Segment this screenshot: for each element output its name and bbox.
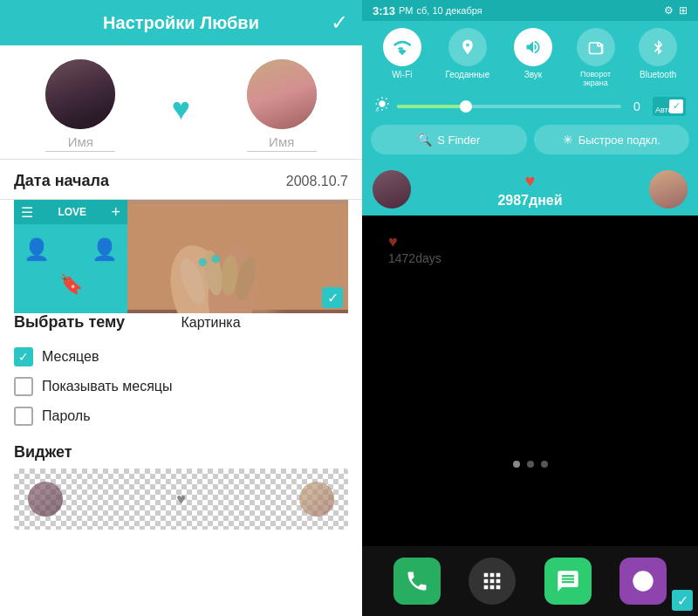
checkbox-show-months[interactable]: Показывать месяцы bbox=[0, 372, 362, 401]
date-row: Дата начала 2008.10.7 bbox=[0, 160, 362, 199]
love-count-col: ♥ 100 bbox=[61, 233, 80, 266]
widget-heart-icon: ♥ bbox=[525, 171, 536, 191]
person-icon-left: 👤 bbox=[24, 237, 50, 262]
wifi-icon bbox=[393, 38, 412, 57]
brightness-row: A 0 ✓ Авто bbox=[371, 96, 689, 116]
heart-divider: ♥ bbox=[172, 84, 190, 127]
dock-camera-button[interactable] bbox=[619, 558, 667, 605]
love-widget[interactable]: ☰ LOVE + 👤 ♥ 100 👤 🔖 bbox=[14, 200, 127, 313]
rotate-icon bbox=[587, 38, 605, 56]
quick-connect-button[interactable]: ✳ Быстрое подкл. bbox=[534, 125, 690, 154]
couple-hands bbox=[127, 200, 348, 313]
brightness-fill bbox=[397, 105, 464, 108]
status-date: сб, 10 декабря bbox=[417, 5, 482, 16]
profile-name-right: Имя bbox=[247, 134, 317, 152]
gear-icon[interactable]: ⚙ bbox=[664, 4, 674, 17]
love-widget-topbar: ☰ LOVE + bbox=[14, 200, 127, 224]
profile-right[interactable]: Имя bbox=[247, 59, 317, 152]
love-count: 100 bbox=[61, 253, 80, 266]
widget-days-text: 2987дней bbox=[497, 193, 562, 209]
dot-1 bbox=[513, 461, 520, 468]
quick-toggles: Wi-Fi Геоданные Звук bbox=[371, 28, 689, 87]
quick-connect-icon: ✳ bbox=[563, 133, 573, 147]
sound-icon bbox=[524, 38, 542, 56]
theme-col: Выбрать тему bbox=[14, 313, 181, 332]
dock-phone-button[interactable] bbox=[393, 558, 441, 605]
profile-name-left: Имя bbox=[45, 134, 115, 152]
toggle-sound[interactable]: Звук bbox=[514, 28, 552, 87]
s-finder-button[interactable]: 🔍 S Finder bbox=[371, 125, 527, 154]
love-widget-area: ☰ LOVE + 👤 ♥ 100 👤 🔖 bbox=[14, 200, 348, 313]
auto-box[interactable]: ✓ Авто bbox=[653, 97, 686, 116]
dot-2 bbox=[527, 461, 534, 468]
widget-preview: ♥ bbox=[14, 469, 348, 530]
apps-icon bbox=[480, 569, 504, 593]
checkbox-months-box[interactable]: ✓ bbox=[14, 347, 33, 366]
bluetooth-icon bbox=[649, 38, 667, 57]
love-label: LOVE bbox=[58, 206, 86, 218]
couple-image: ✓ bbox=[127, 200, 348, 313]
sound-circle bbox=[514, 28, 552, 66]
theme-label: Выбрать тему bbox=[14, 313, 125, 331]
avatar-left bbox=[45, 59, 115, 129]
widget-section: Виджет ♥ bbox=[0, 431, 362, 537]
phone-icon bbox=[405, 569, 429, 593]
bottom-dock bbox=[362, 546, 698, 616]
left-header: Настройки Любви ✓ bbox=[0, 0, 362, 45]
profile-left[interactable]: Имя bbox=[45, 59, 115, 152]
days-overlay: ♥ 1472days bbox=[388, 233, 441, 265]
toggle-location[interactable]: Геоданные bbox=[445, 28, 489, 87]
svg-point-7 bbox=[199, 258, 207, 266]
brightness-value: 0 bbox=[628, 99, 646, 113]
svg-point-10 bbox=[633, 571, 653, 591]
checkbox-months[interactable]: ✓ Месяцев bbox=[0, 342, 362, 372]
checkbox-months-label: Месяцев bbox=[42, 349, 99, 365]
add-icon: + bbox=[111, 203, 120, 222]
brightness-icon: A bbox=[374, 96, 390, 116]
status-time: 3:13 bbox=[373, 4, 395, 17]
brightness-thumb bbox=[460, 100, 472, 113]
widget-notif-avatar-right bbox=[649, 170, 688, 209]
status-period: PM bbox=[399, 5, 414, 16]
auto-label: Авто bbox=[655, 106, 673, 114]
messages-icon bbox=[556, 569, 580, 593]
finder-label: S Finder bbox=[437, 133, 480, 147]
toggle-wifi[interactable]: Wi-Fi bbox=[383, 28, 421, 87]
dock-apps-button[interactable] bbox=[469, 558, 516, 605]
bookmark-icon: 🔖 bbox=[59, 273, 83, 296]
notification-panel: Wi-Fi Геоданные Звук bbox=[362, 21, 698, 163]
confirm-button[interactable]: ✓ bbox=[331, 10, 348, 35]
widget-notification[interactable]: ♥ 2987дней bbox=[362, 163, 698, 216]
finder-row: 🔍 S Finder ✳ Быстрое подкл. bbox=[371, 125, 689, 154]
checkbox-show-months-box[interactable] bbox=[14, 377, 33, 396]
love-heart-icon: ♥ bbox=[65, 233, 76, 253]
quick-connect-label: Быстрое подкл. bbox=[578, 133, 660, 147]
brightness-track[interactable] bbox=[397, 105, 621, 108]
checkbox-password-box[interactable] bbox=[14, 407, 33, 426]
date-label: Дата начала bbox=[14, 172, 109, 190]
person-icon-right: 👤 bbox=[92, 237, 118, 262]
checkbox-password[interactable]: Пароль bbox=[0, 401, 362, 431]
widget-section-label: Виджет bbox=[14, 443, 348, 462]
svg-text:A: A bbox=[376, 107, 380, 112]
location-icon bbox=[459, 38, 476, 56]
date-value[interactable]: 2008.10.7 bbox=[286, 174, 348, 189]
toggle-bluetooth[interactable]: Bluetooth bbox=[639, 28, 677, 87]
location-label: Геоданные bbox=[445, 70, 489, 79]
days-text-small: 1472days bbox=[388, 251, 441, 265]
picture-col: Картинка ✓ bbox=[181, 315, 349, 331]
bluetooth-label: Bluetooth bbox=[640, 70, 676, 79]
dock-messages-button[interactable] bbox=[544, 558, 592, 605]
widget-days-center: ♥ 2987дней bbox=[497, 171, 562, 209]
location-circle bbox=[448, 28, 487, 66]
rotate-circle bbox=[577, 28, 615, 66]
toggle-rotate[interactable]: Поворотэкрана bbox=[577, 28, 615, 87]
widget-heart-placeholder: ♥ bbox=[176, 490, 186, 509]
sound-label: Звук bbox=[524, 70, 543, 79]
right-panel: 3:13 PM сб, 10 декабря ⚙ ⊞ Wi-Fi bbox=[362, 0, 698, 616]
grid-icon[interactable]: ⊞ bbox=[679, 4, 688, 17]
bluetooth-circle bbox=[639, 28, 677, 66]
svg-point-8 bbox=[212, 255, 220, 263]
picture-check[interactable]: ✓ bbox=[322, 287, 343, 308]
rotate-label: Поворотэкрана bbox=[580, 70, 611, 87]
